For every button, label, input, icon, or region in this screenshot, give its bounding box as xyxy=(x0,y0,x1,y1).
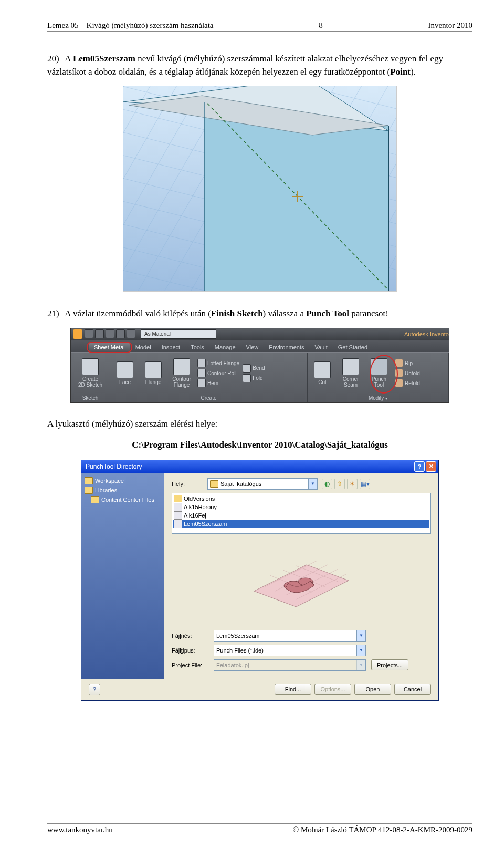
footer-link[interactable]: www.tankonyvtar.hu xyxy=(47,825,113,834)
app-menu-icon[interactable] xyxy=(73,329,82,339)
filename: OldVersions xyxy=(184,495,215,502)
file-list[interactable]: OldVersions Alk15Horony Alk16Fej Lem05Sz… xyxy=(172,493,431,534)
options-button: Options... xyxy=(314,684,351,695)
panel-create: Face Flange Contour Flange Lofted Flange… xyxy=(110,353,308,402)
tab-vault[interactable]: Vault xyxy=(310,343,333,352)
face-button[interactable]: Face xyxy=(112,361,138,385)
tab-get-started[interactable]: Get Started xyxy=(333,343,373,352)
filename-label: Fájlnév: xyxy=(172,633,208,639)
bold-term: Punch Tool xyxy=(306,308,349,318)
tab-label: Get Started xyxy=(338,344,368,350)
rip-button[interactable]: Rip xyxy=(395,359,420,367)
tab-model[interactable]: Model xyxy=(130,343,156,352)
find-button[interactable]: Find... xyxy=(275,684,311,695)
paragraph-20: 20) A Lem05Szerszam nevű kivágó (mélyhúz… xyxy=(47,53,472,78)
open-button[interactable]: Open xyxy=(354,684,391,695)
btn-label: Face xyxy=(119,379,131,385)
btn-label: Bend xyxy=(253,365,265,371)
hem-button[interactable]: Hem xyxy=(197,379,239,387)
list-item[interactable]: Alk15Horony xyxy=(173,503,429,511)
text: ). xyxy=(411,67,416,77)
sketch-3d-screenshot xyxy=(123,86,397,292)
label: Workspace xyxy=(95,478,124,484)
flange-button[interactable]: Flange xyxy=(141,361,166,385)
create-2d-sketch-button[interactable]: Create 2D Sketch xyxy=(78,358,103,388)
project-combo: Feladatok.ipj ▼ xyxy=(214,659,366,671)
header-right: Inventor 2010 xyxy=(428,21,472,30)
chevron-down-icon[interactable]: ▼ xyxy=(308,479,317,489)
qat-button[interactable] xyxy=(85,329,93,338)
qat-button[interactable] xyxy=(127,329,135,338)
list-item[interactable]: OldVersions xyxy=(173,494,429,503)
filename-combo[interactable]: Lem05Szerszam ▼ xyxy=(214,630,366,642)
tab-sheet-metal[interactable]: Sheet Metal xyxy=(89,343,130,352)
back-button[interactable]: ◐ xyxy=(322,479,332,489)
tab-environments[interactable]: Environments xyxy=(264,343,309,352)
chevron-down-icon[interactable]: ▼ xyxy=(356,630,365,641)
text: parancsot! xyxy=(349,308,388,318)
ribbon-tabstrip: Sheet Metal Model Inspect Tools Manage V… xyxy=(71,340,449,352)
dialog-titlebar[interactable]: PunchTool Directory ? ✕ xyxy=(81,460,438,473)
contour-roll-button[interactable]: Contour Roll xyxy=(197,369,239,377)
look-in-combo[interactable]: Saját_katalógus ▼ xyxy=(207,478,318,490)
highlight-oval xyxy=(87,342,132,353)
sidebar-workspace[interactable]: Workspace xyxy=(83,476,162,485)
sidebar-libraries[interactable]: Libraries xyxy=(83,485,162,495)
text: ) válassza a xyxy=(263,308,307,318)
folder-icon xyxy=(85,477,93,484)
filename: Alk15Horony xyxy=(184,504,217,510)
sketch-icon xyxy=(82,358,99,375)
tab-inspect[interactable]: Inspect xyxy=(156,343,185,352)
qat-button[interactable] xyxy=(95,329,104,338)
unfold-button[interactable]: Unfold xyxy=(395,369,420,377)
tab-label: Model xyxy=(135,344,151,350)
dialog-footer: ? Find... Options... Open Cancel xyxy=(81,679,438,700)
fold-button[interactable]: Fold xyxy=(243,374,265,382)
cut-icon xyxy=(314,361,331,378)
tab-label: Vault xyxy=(315,344,328,350)
cut-button[interactable]: Cut xyxy=(310,361,335,385)
qat-button[interactable] xyxy=(116,329,125,338)
list-item[interactable]: Alk16Fej xyxy=(173,511,429,520)
list-item-selected[interactable]: Lem05Szerszam xyxy=(173,520,429,528)
corner-seam-icon xyxy=(342,358,359,375)
refold-button[interactable]: Refold xyxy=(395,379,420,387)
btn-label: Lofted Flange xyxy=(207,360,239,366)
btn-label: Fold xyxy=(253,375,262,381)
lofted-flange-icon xyxy=(197,359,206,367)
folder-icon xyxy=(85,487,93,494)
tab-tools[interactable]: Tools xyxy=(185,343,209,352)
hem-icon xyxy=(197,379,206,387)
text: A vázlat üzemmódból való kilépés után ( xyxy=(65,308,211,318)
btn-label: Cut xyxy=(318,379,327,385)
btn-label: Create 2D Sketch xyxy=(78,376,102,388)
lofted-flange-button[interactable]: Lofted Flange xyxy=(197,359,239,367)
corner-seam-button[interactable]: Corner Seam xyxy=(338,358,363,388)
appearance-value: As Material xyxy=(144,331,171,337)
sidebar-content-center-files[interactable]: Content Center Files xyxy=(83,495,162,504)
toolbar-icons: ◐ ⇧ ✶ ▦▾ xyxy=(322,479,370,489)
help-icon[interactable]: ? xyxy=(89,684,100,695)
bend-button[interactable]: Bend xyxy=(243,364,265,373)
up-button[interactable]: ⇧ xyxy=(334,479,345,489)
tab-manage[interactable]: Manage xyxy=(209,343,241,352)
close-button[interactable]: ✕ xyxy=(426,461,436,472)
bold-term: Finish Sketch xyxy=(211,308,263,318)
views-button[interactable]: ▦▾ xyxy=(360,479,370,489)
cancel-button[interactable]: Cancel xyxy=(394,684,431,695)
appearance-combo[interactable]: As Material xyxy=(141,329,216,339)
catalog-path: C:\Program Files\Autodesk\Inventor 2010\… xyxy=(47,440,472,450)
chevron-down-icon[interactable]: ▼ xyxy=(356,645,365,656)
panel-modify: Cut Corner Seam Punch Tool Rip Unfold Re… xyxy=(308,353,449,402)
filetype-combo[interactable]: Punch Files (*.ide) ▼ xyxy=(214,645,366,656)
panel-sketch: Create 2D Sketch Sketch xyxy=(71,353,110,402)
project-label: Project File: xyxy=(172,662,208,668)
filetype-label: Fájltípus: xyxy=(172,647,208,654)
projects-button[interactable]: Projects... xyxy=(371,659,408,670)
qat-button[interactable] xyxy=(106,329,114,338)
help-button[interactable]: ? xyxy=(414,461,425,472)
tab-view[interactable]: View xyxy=(241,343,264,352)
header-page-number: – 8 – xyxy=(313,21,329,30)
new-folder-button[interactable]: ✶ xyxy=(347,479,358,489)
contour-flange-button[interactable]: Contour Flange xyxy=(169,358,194,388)
